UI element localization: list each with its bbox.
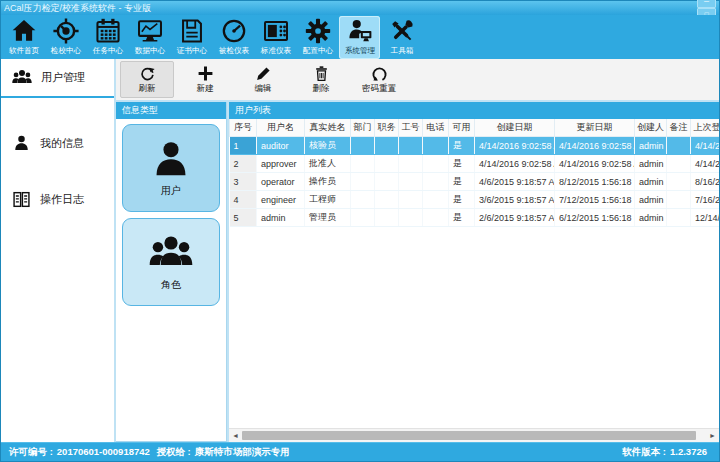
toolbar-item-label: 软件首页 bbox=[8, 45, 38, 55]
table-cell bbox=[423, 191, 449, 209]
action-button-label: 删除 bbox=[313, 83, 330, 95]
column-header[interactable]: 上次登录时间 bbox=[691, 119, 720, 137]
calendar-icon bbox=[95, 18, 121, 44]
action-button-edit[interactable]: 编辑 bbox=[236, 61, 290, 98]
table-cell: 6/12/2015 1:56:18 PM bbox=[555, 209, 635, 227]
table-cell: 工程师 bbox=[305, 191, 351, 209]
license-label: 许可编号 : bbox=[9, 446, 53, 457]
home-icon bbox=[11, 18, 37, 44]
toolbar-item-label: 检校中心 bbox=[50, 45, 80, 55]
table-cell bbox=[351, 155, 375, 173]
toolbar-item-gauge[interactable]: 被检仪表 bbox=[213, 16, 254, 59]
scrollbar-thumb[interactable] bbox=[242, 431, 696, 440]
person-icon bbox=[12, 134, 31, 153]
version-value: 1.2.3726 bbox=[670, 446, 707, 457]
toolbar-item-monitor-chart[interactable]: 数据中心 bbox=[129, 16, 170, 59]
instrument-icon bbox=[263, 18, 289, 44]
user-table-viewport: 序号用户名真实姓名部门职务工号电话可用创建日期更新日期创建人备注上次登录时间 1… bbox=[229, 119, 719, 428]
table-row[interactable]: 5admin管理员是2/6/2015 9:18:57 AM6/12/2015 1… bbox=[230, 209, 720, 227]
action-button-new[interactable]: 新建 bbox=[178, 61, 232, 98]
tools-icon bbox=[389, 18, 415, 44]
column-header[interactable]: 可用 bbox=[449, 119, 475, 137]
toolbar-item-user-system[interactable]: 系统管理 bbox=[339, 16, 380, 59]
column-header[interactable]: 工号 bbox=[399, 119, 423, 137]
toolbar-item-label: 被检仪表 bbox=[218, 45, 248, 55]
action-button-delete[interactable]: 删除 bbox=[294, 61, 348, 98]
row-index-cell: 1 bbox=[230, 137, 257, 155]
info-type-panel-header: 信息类型 bbox=[116, 102, 226, 119]
column-header[interactable]: 序号 bbox=[230, 119, 257, 137]
action-button-reset-password[interactable]: 密码重置 bbox=[352, 61, 406, 98]
sidebar-item-log[interactable]: 操作日志 bbox=[1, 186, 114, 212]
table-cell: admin bbox=[257, 209, 305, 227]
table-cell: 4/14/2016 9:0 bbox=[691, 137, 720, 155]
table-cell: 管理员 bbox=[305, 209, 351, 227]
sidebar-item-person[interactable]: 我的信息 bbox=[1, 130, 114, 156]
sidebar-header-user-management[interactable]: 用户管理 bbox=[1, 59, 114, 98]
table-row[interactable]: 4engineer工程师是3/6/2015 9:18:57 AM7/12/201… bbox=[230, 191, 720, 209]
table-cell: engineer bbox=[257, 191, 305, 209]
column-header[interactable]: 职务 bbox=[375, 119, 399, 137]
table-cell: 12/14/2017 4 bbox=[691, 209, 720, 227]
column-header[interactable]: 备注 bbox=[667, 119, 691, 137]
action-button-refresh[interactable]: 刷新 bbox=[120, 61, 174, 98]
action-button-label: 密码重置 bbox=[362, 83, 396, 95]
table-cell bbox=[667, 173, 691, 191]
toolbar-item-crosshair[interactable]: 检校中心 bbox=[45, 16, 86, 59]
log-icon bbox=[12, 190, 31, 209]
table-cell: 4/14/2016 9:02:58 AM bbox=[475, 155, 555, 173]
table-row[interactable]: 2approver批准人是4/14/2016 9:02:58 AM4/14/20… bbox=[230, 155, 720, 173]
table-cell bbox=[399, 173, 423, 191]
table-cell bbox=[375, 137, 399, 155]
table-cell bbox=[399, 155, 423, 173]
column-header[interactable]: 创建人 bbox=[635, 119, 667, 137]
table-cell: 是 bbox=[449, 155, 475, 173]
edit-icon bbox=[255, 65, 272, 82]
toolbar-item-label: 配置中心 bbox=[302, 45, 332, 55]
crosshair-icon bbox=[53, 18, 79, 44]
table-cell bbox=[667, 191, 691, 209]
title-bar: ACal压力检定/校准系统软件 - 专业版 ▾─□✕ bbox=[1, 1, 719, 15]
toolbar-item-calendar[interactable]: 任务中心 bbox=[87, 16, 128, 59]
panels: 信息类型 用户角色 用户列表 序号用户名真实姓名部门职务工号电话可用创建日期更新… bbox=[116, 102, 719, 442]
toolbar-item-home[interactable]: 软件首页 bbox=[3, 16, 44, 59]
table-cell: 是 bbox=[449, 173, 475, 191]
toolbar-item-certificate[interactable]: 证书中心 bbox=[171, 16, 212, 59]
table-cell: admin bbox=[635, 209, 667, 227]
roles-card-icon bbox=[148, 232, 194, 276]
column-header[interactable]: 创建日期 bbox=[475, 119, 555, 137]
role-card[interactable]: 角色 bbox=[122, 218, 220, 306]
column-header[interactable]: 电话 bbox=[423, 119, 449, 137]
scroll-left-arrow[interactable]: ◄ bbox=[229, 429, 242, 442]
sidebar-item-label: 操作日志 bbox=[40, 192, 84, 207]
table-row[interactable]: 1auditor核验员是4/14/2016 9:02:58 AM4/14/201… bbox=[230, 137, 720, 155]
table-cell: 批准人 bbox=[305, 155, 351, 173]
column-header[interactable]: 用户名 bbox=[257, 119, 305, 137]
table-cell bbox=[423, 173, 449, 191]
refresh-icon bbox=[139, 65, 156, 82]
column-header[interactable]: 真实姓名 bbox=[305, 119, 351, 137]
certificate-icon bbox=[179, 18, 205, 44]
sidebar-header-label: 用户管理 bbox=[41, 70, 85, 85]
toolbar-item-label: 标准仪表 bbox=[260, 45, 290, 55]
toolbar-item-instrument[interactable]: 标准仪表 bbox=[255, 16, 296, 59]
table-row[interactable]: 3operator操作员是4/6/2015 9:18:57 AM8/12/201… bbox=[230, 173, 720, 191]
new-icon bbox=[197, 65, 214, 82]
table-cell bbox=[667, 209, 691, 227]
table-cell bbox=[399, 209, 423, 227]
toolbar-item-gear[interactable]: 配置中心 bbox=[297, 16, 338, 59]
table-cell: 2/6/2015 9:18:57 AM bbox=[475, 209, 555, 227]
column-header[interactable]: 更新日期 bbox=[555, 119, 635, 137]
row-index-cell: 5 bbox=[230, 209, 257, 227]
table-cell bbox=[375, 173, 399, 191]
table-cell bbox=[667, 155, 691, 173]
user-card[interactable]: 用户 bbox=[122, 124, 220, 212]
scroll-right-arrow[interactable]: ► bbox=[706, 429, 719, 442]
status-left: 许可编号 :20170601-000918742 授权给 :康斯特市场部演示专用 bbox=[9, 446, 294, 459]
table-cell bbox=[375, 191, 399, 209]
row-index-cell: 3 bbox=[230, 173, 257, 191]
column-header[interactable]: 部门 bbox=[351, 119, 375, 137]
toolbar-item-tools[interactable]: 工具箱 bbox=[381, 16, 422, 59]
horizontal-scrollbar[interactable]: ◄ ► bbox=[229, 428, 719, 442]
action-button-label: 编辑 bbox=[255, 83, 272, 95]
